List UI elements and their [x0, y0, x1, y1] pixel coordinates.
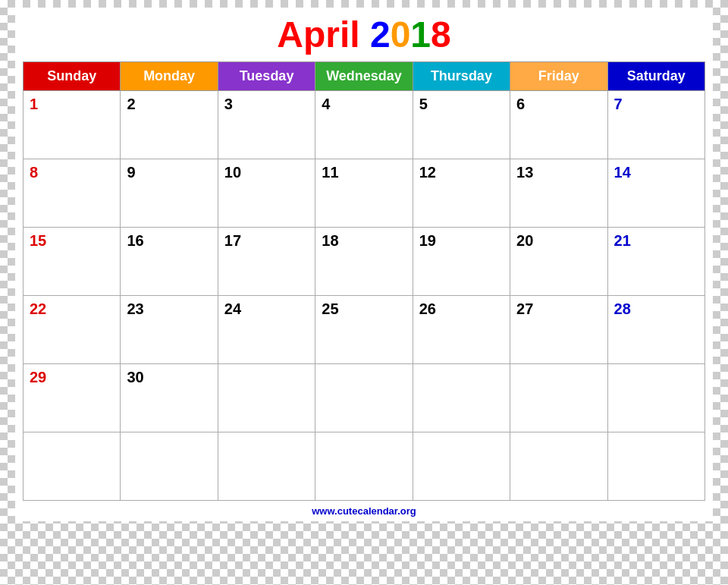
header-saturday: Saturday	[607, 61, 704, 90]
day-number: 11	[322, 164, 338, 181]
day-number: 12	[419, 164, 436, 181]
week-row-1: 891011121314	[24, 159, 705, 227]
day-cell[interactable]	[315, 363, 413, 432]
calendar-container: April 2018 Sunday Monday Tuesday Wednesd…	[15, 8, 713, 521]
day-cell[interactable]	[510, 432, 607, 500]
calendar-title: April 2018	[23, 15, 705, 55]
header-wednesday: Wednesday	[315, 61, 413, 90]
day-cell[interactable]	[218, 432, 315, 500]
day-cell[interactable]: 24	[218, 295, 315, 363]
day-cell[interactable]: 18	[315, 227, 413, 295]
day-number: 15	[30, 232, 46, 249]
day-cell[interactable]: 8	[24, 159, 121, 227]
day-cell[interactable]: 6	[510, 90, 607, 159]
day-cell[interactable]: 23	[121, 295, 218, 363]
day-number: 23	[127, 300, 143, 317]
header-sunday: Sunday	[24, 61, 121, 90]
title-year-2: 2	[370, 14, 391, 55]
day-number: 5	[419, 96, 428, 112]
day-cell[interactable]: 15	[24, 227, 121, 295]
day-cell[interactable]: 21	[607, 227, 704, 295]
day-cell[interactable]: 5	[413, 90, 510, 159]
week-row-0: 1234567	[24, 90, 705, 159]
title-year-8: 8	[431, 14, 451, 55]
day-number: 1	[30, 96, 38, 112]
day-number: 20	[516, 232, 533, 249]
day-cell[interactable]	[413, 363, 510, 432]
day-cell[interactable]	[121, 432, 218, 500]
day-number: 4	[322, 96, 330, 112]
title-april: April	[277, 14, 359, 55]
day-cell[interactable]: 20	[510, 227, 607, 295]
day-cell[interactable]: 29	[24, 363, 121, 432]
day-cell[interactable]: 3	[218, 90, 315, 159]
day-number: 22	[30, 300, 46, 317]
calendar-table: Sunday Monday Tuesday Wednesday Thursday…	[23, 61, 705, 501]
day-cell[interactable]: 25	[315, 295, 413, 363]
day-cell[interactable]: 11	[315, 159, 413, 227]
week-row-3: 22232425262728	[24, 295, 705, 363]
day-number: 29	[30, 369, 46, 385]
day-cell[interactable]	[607, 432, 704, 500]
day-cell[interactable]	[607, 363, 704, 432]
header-tuesday: Tuesday	[218, 61, 315, 90]
footer: www.cutecalendar.org	[23, 505, 705, 517]
day-number: 16	[127, 232, 143, 249]
day-number: 13	[516, 164, 533, 181]
day-cell[interactable]: 13	[510, 159, 607, 227]
day-cell[interactable]	[510, 363, 607, 432]
footer-link[interactable]: www.cutecalendar.org	[312, 505, 416, 517]
day-number: 2	[127, 96, 135, 112]
day-cell[interactable]: 7	[607, 90, 704, 159]
day-cell[interactable]: 14	[607, 159, 704, 227]
day-number: 18	[322, 232, 338, 249]
day-cell[interactable]: 22	[24, 295, 121, 363]
day-cell[interactable]: 17	[218, 227, 315, 295]
day-number: 6	[516, 96, 525, 112]
day-number: 8	[30, 164, 38, 181]
title-year-0: 0	[391, 14, 411, 55]
day-number: 25	[322, 300, 338, 317]
day-cell[interactable]: 2	[121, 90, 218, 159]
day-number: 14	[614, 164, 631, 181]
header-friday: Friday	[510, 61, 607, 90]
day-number: 21	[614, 232, 631, 249]
week-row-4: 2930	[24, 363, 705, 432]
day-cell[interactable]	[218, 363, 315, 432]
day-cell[interactable]: 19	[413, 227, 510, 295]
day-number: 28	[614, 300, 631, 317]
day-cell[interactable]	[315, 432, 413, 500]
week-row-5	[24, 432, 705, 500]
day-cell[interactable]: 27	[510, 295, 607, 363]
day-cell[interactable]: 16	[121, 227, 218, 295]
day-number: 27	[516, 300, 533, 317]
day-number: 26	[419, 300, 436, 317]
week-row-2: 15161718192021	[24, 227, 705, 295]
day-number: 3	[224, 96, 233, 112]
day-number: 24	[224, 300, 241, 317]
day-cell[interactable]: 9	[121, 159, 218, 227]
day-cell[interactable]: 26	[413, 295, 510, 363]
header-thursday: Thursday	[413, 61, 510, 90]
day-number: 9	[127, 164, 135, 181]
day-number: 30	[127, 369, 143, 385]
day-cell[interactable]: 4	[315, 90, 413, 159]
header-row: Sunday Monday Tuesday Wednesday Thursday…	[24, 61, 705, 90]
day-cell[interactable]: 28	[607, 295, 704, 363]
day-number: 10	[224, 164, 241, 181]
day-cell[interactable]: 30	[121, 363, 218, 432]
day-cell[interactable]: 12	[413, 159, 510, 227]
title-year-1: 1	[410, 14, 431, 55]
day-cell[interactable]	[413, 432, 510, 500]
day-number: 19	[419, 232, 436, 249]
day-number: 17	[224, 232, 241, 249]
day-number: 7	[614, 96, 623, 112]
day-cell[interactable]	[24, 432, 121, 500]
header-monday: Monday	[121, 61, 218, 90]
day-cell[interactable]: 10	[218, 159, 315, 227]
day-cell[interactable]: 1	[24, 90, 121, 159]
